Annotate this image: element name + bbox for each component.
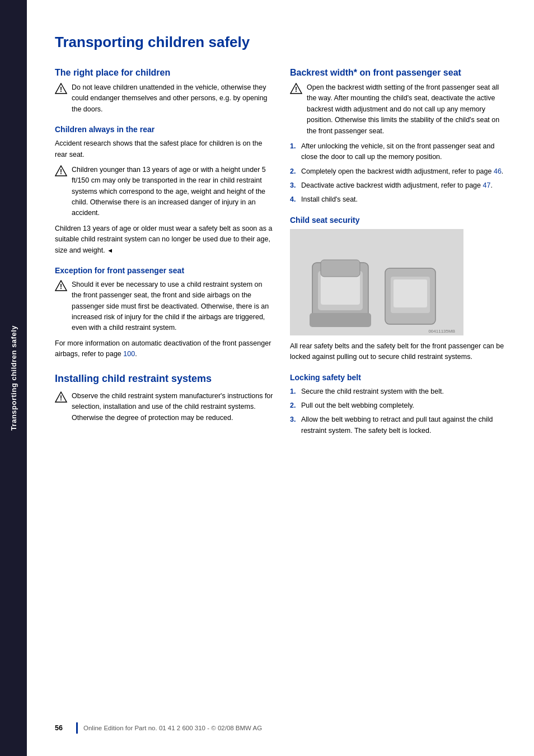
warning-block-5: ! Open the backrest width setting of the… <box>290 82 508 137</box>
exception-p2: For more information on automatic deacti… <box>55 338 273 360</box>
child-seat-svg: 00411135MB <box>290 229 463 335</box>
svg-text:!: ! <box>295 86 297 94</box>
warning-1-text: Do not leave children unattended in the … <box>72 82 273 115</box>
page-number: 56 <box>55 724 72 732</box>
page-title: Transporting children safely <box>55 34 512 51</box>
children-rear-p1: Accident research shows that the safest … <box>55 138 273 160</box>
svg-rect-13 <box>321 274 360 305</box>
locking-steps-list: 1. Secure the child restraint system wit… <box>290 386 508 437</box>
warning-block-1: ! Do not leave children unattended in th… <box>55 82 273 115</box>
warning-icon-3: ! <box>55 280 67 291</box>
children-rear-heading: Children always in the rear <box>55 125 273 134</box>
warning-icon-5: ! <box>290 83 302 94</box>
warning-block-2: ! Children younger than 13 years of age … <box>55 165 273 219</box>
svg-text:!: ! <box>60 86 62 94</box>
backrest-step-2: 2. Completely open the backrest width ad… <box>290 166 508 177</box>
page-footer: 56 Online Edition for Part no. 01 41 2 6… <box>55 718 512 734</box>
locking-step-2: 2. Pull out the belt webbing completely. <box>290 400 508 411</box>
sidebar-label: Transporting children safely <box>10 325 18 431</box>
exception-warning-text: Should it ever be necessary to use a chi… <box>72 279 273 334</box>
footer-bar <box>76 722 78 734</box>
exception-page-link[interactable]: 100 <box>123 350 135 358</box>
backrest-step-1: 1. After unlocking the vehicle, sit on t… <box>290 141 508 163</box>
warning-2-text: Children younger than 13 years of age or… <box>72 165 273 219</box>
backrest-page-47[interactable]: 47 <box>483 181 490 189</box>
svg-text:00411135MB: 00411135MB <box>428 329 455 334</box>
installing-warning-text: Observe the child restraint system manuf… <box>72 391 273 423</box>
backrest-steps-list: 1. After unlocking the vehicle, sit on t… <box>290 141 508 206</box>
locking-heading: Locking safety belt <box>290 373 508 382</box>
warning-block-3: ! Should it ever be necessary to use a c… <box>55 279 273 334</box>
left-column: The right place for children ! Do not le… <box>55 68 273 696</box>
backrest-heading: Backrest width* on front passenger seat <box>290 68 508 78</box>
content-area: Transporting children safely The right p… <box>27 0 534 756</box>
child-seat-image: 00411135MB <box>290 229 463 335</box>
svg-rect-18 <box>394 279 427 307</box>
backrest-page-46[interactable]: 46 <box>494 167 502 175</box>
exception-heading: Exception for front passenger seat <box>55 266 273 275</box>
locking-step-3: 3. Allow the belt webbing to retract and… <box>290 414 508 436</box>
svg-text:!: ! <box>60 168 62 176</box>
warning-icon-4: ! <box>55 391 67 403</box>
backrest-step-3: 3. Deactivate active backrest width adju… <box>290 180 508 191</box>
installing-heading: Installing child restraint systems <box>55 372 273 385</box>
page-container: Transporting children safely Transportin… <box>0 0 534 756</box>
children-rear-p2: Children 13 years of age or older must w… <box>55 223 273 256</box>
svg-rect-15 <box>310 313 371 327</box>
svg-text:!: ! <box>60 283 62 291</box>
backrest-warning-text: Open the backrest width setting of the f… <box>307 82 508 137</box>
footer-text: Online Edition for Part no. 01 41 2 600 … <box>83 725 262 731</box>
right-column: Backrest width* on front passenger seat … <box>290 68 508 696</box>
warning-icon-1: ! <box>55 83 67 94</box>
svg-rect-14 <box>321 260 360 277</box>
warning-block-4: ! Observe the child restraint system man… <box>55 391 273 423</box>
right-place-heading: The right place for children <box>55 68 273 78</box>
warning-icon-2: ! <box>55 165 67 176</box>
backrest-step-4: 4. Install child's seat. <box>290 194 508 205</box>
sidebar: Transporting children safely <box>0 0 27 756</box>
child-seat-security-heading: Child seat security <box>290 216 508 225</box>
locking-step-1: 1. Secure the child restraint system wit… <box>290 386 508 397</box>
two-column-layout: The right place for children ! Do not le… <box>55 68 512 696</box>
svg-text:!: ! <box>60 394 62 402</box>
child-seat-security-p: All rear safety belts and the safety bel… <box>290 341 508 363</box>
